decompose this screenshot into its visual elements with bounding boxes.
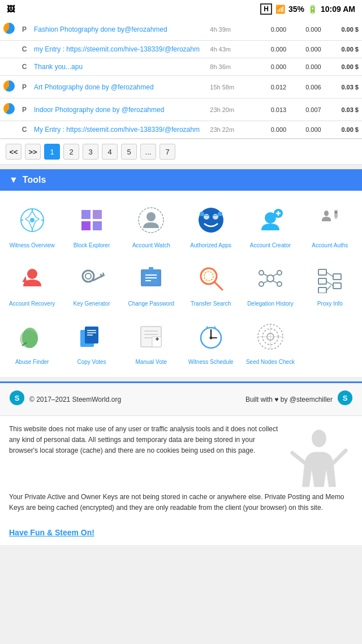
key-generator-label: Key Generator [73, 300, 110, 307]
witness-overview-label: Witness Overview [10, 242, 55, 249]
proxy-info-label: Proxy Info [317, 300, 343, 307]
footer-para2: Your Private Active and Owner Keys are n… [9, 492, 353, 513]
svg-rect-10 [93, 221, 102, 230]
change-password-label: Change Password [128, 300, 174, 307]
row-title[interactable]: Art Photography done by @ferozahmed [31, 76, 206, 98]
prev-page-btn[interactable]: >> [25, 144, 41, 160]
svg-rect-64 [87, 332, 96, 333]
svg-rect-51 [318, 287, 326, 293]
footer-left: S © 2017–2021 SteemWorld.org [9, 390, 121, 409]
row-time: 15h 58m [206, 76, 255, 98]
row-title[interactable]: Indoor Photography done by @ferozahmed [31, 98, 206, 121]
row-pie-cell [0, 98, 18, 121]
svg-point-58 [22, 328, 38, 348]
block-explorer-label: Block Explorer [74, 242, 110, 249]
row-pie-cell [0, 76, 18, 98]
footer-text-area: This website does not make use of any us… [0, 416, 362, 528]
row-pie-cell [0, 41, 18, 58]
row-type: P [18, 76, 31, 98]
tool-change-password[interactable]: Change Password [122, 255, 181, 313]
tool-authorized-apps[interactable]: Authorized Apps [181, 196, 240, 255]
tool-proxy-info[interactable]: Proxy Info [300, 255, 360, 313]
data-table: P Fashion Photography done by@ferozahmed… [0, 18, 362, 139]
tool-abuse-finder[interactable]: Abuse Finder [2, 313, 62, 371]
row-money: 0.00 $ [325, 41, 362, 58]
svg-point-11 [146, 212, 156, 221]
page-3-btn[interactable]: 3 [83, 144, 98, 160]
tool-key-generator[interactable]: Key Generator [62, 255, 121, 313]
tool-manual-vote[interactable]: Manual Vote [122, 313, 181, 371]
svg-point-43 [259, 282, 264, 286]
row-time: 4h 39m [206, 18, 255, 41]
gallery-icon: 🖼 [7, 5, 15, 14]
row-val2: 0.007 [290, 98, 325, 121]
tool-account-auths[interactable]: Account Auths [300, 196, 360, 255]
svg-point-39 [204, 272, 213, 281]
tool-delegation-history[interactable]: Delegation History [240, 255, 300, 313]
first-page-btn[interactable]: << [6, 144, 21, 160]
svg-line-56 [326, 286, 331, 290]
svg-rect-70 [152, 337, 161, 347]
footer: S © 2017–2021 SteemWorld.org Built with … [0, 381, 362, 545]
svg-line-76 [214, 327, 216, 328]
account-recovery-label: Account Recovery [9, 300, 55, 307]
tool-block-explorer[interactable]: Block Explorer [62, 196, 121, 255]
svg-line-75 [206, 327, 208, 328]
page-2-btn[interactable]: 2 [63, 144, 79, 160]
svg-point-27 [85, 273, 91, 279]
seed-nodes-check-label: Seed Nodes Check [246, 358, 295, 366]
row-title[interactable]: my Entry : https://steemit.com/hive-1383… [31, 41, 206, 58]
tool-witness-overview[interactable]: Witness Overview [2, 196, 62, 255]
svg-point-13 [199, 208, 223, 233]
tool-seed-nodes-check[interactable]: Seed Nodes Check [240, 313, 300, 371]
page-4-btn[interactable]: 4 [102, 144, 118, 160]
page-ellipsis-btn[interactable]: ... [140, 144, 156, 160]
row-val2: 0.000 [290, 121, 325, 139]
account-auths-icon [312, 202, 348, 238]
row-money: 0.00 $ [325, 58, 362, 76]
tool-account-creator[interactable]: Account Creator [240, 196, 300, 255]
row-title[interactable]: Thank you...apu [31, 58, 206, 76]
page-7-btn[interactable]: 7 [160, 144, 175, 160]
page-1-btn[interactable]: 1 [44, 144, 60, 160]
table-row: C Thank you...apu 8h 36m 0.000 0.000 0.0… [0, 58, 362, 76]
block-explorer-icon [74, 202, 110, 238]
row-time: 23h 20m [206, 98, 255, 121]
battery-icon: 🔋 [308, 5, 317, 14]
signal-bars: 📶 [275, 5, 285, 14]
row-val1: 0.000 [255, 18, 290, 41]
svg-rect-63 [87, 330, 96, 331]
row-val1: 0.000 [255, 41, 290, 58]
witness-schedule-icon [193, 319, 229, 355]
row-title[interactable]: Fashion Photography done by@ferozahmed [31, 18, 206, 41]
tool-account-watch[interactable]: Account Watch [122, 196, 181, 255]
svg-rect-65 [87, 334, 93, 336]
svg-rect-7 [81, 210, 90, 219]
tools-grid: Witness Overview Block Explorer Account … [0, 191, 362, 377]
posts-table: P Fashion Photography done by@ferozahmed… [0, 18, 362, 139]
tool-copy-votes[interactable]: Copy Votes [62, 313, 121, 371]
row-title[interactable]: My Entry : https://steemit.com/hive-1383… [31, 121, 206, 139]
row-pie-cell [0, 18, 18, 41]
row-type: C [18, 58, 31, 76]
row-type: P [18, 18, 31, 41]
footer-link[interactable]: Have Fun & Steem On! [0, 528, 362, 545]
svg-line-18 [204, 215, 209, 216]
tool-transfer-search[interactable]: Transfer Search [181, 255, 240, 313]
svg-point-42 [277, 271, 282, 275]
tool-account-recovery[interactable]: Account Recovery [2, 255, 62, 313]
row-val2: 0.000 [290, 41, 325, 58]
abuse-finder-label: Abuse Finder [15, 358, 49, 366]
witness-schedule-label: Witness Schedule [188, 358, 234, 366]
page-5-btn[interactable]: 5 [121, 144, 137, 160]
proxy-info-icon [312, 260, 348, 297]
row-money: 0.00 $ [325, 121, 362, 139]
table-row: C My Entry : https://steemit.com/hive-13… [0, 121, 362, 139]
tool-witness-schedule[interactable]: Witness Schedule [181, 313, 240, 371]
pie-chart-icon [3, 103, 15, 114]
row-time: 4h 43m [206, 41, 255, 58]
footer-right: Built with ♥ by @steemchiller S [245, 390, 353, 409]
footer-para1: This website does not make use of any us… [9, 424, 279, 485]
tools-title: Tools [23, 175, 46, 185]
built-text: Built with ♥ by @steemchiller [245, 396, 333, 403]
